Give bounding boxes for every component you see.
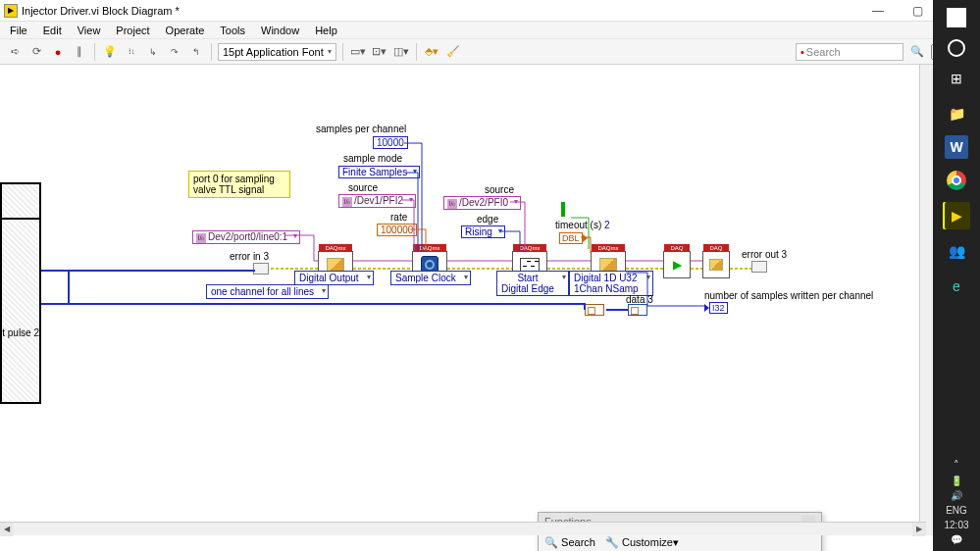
resize-button[interactable]: ◫▾ [392, 43, 410, 61]
num-written-label: number of samples written per channel [704, 290, 873, 301]
labview-icon[interactable]: ▶ [943, 202, 970, 229]
samples-per-channel-label: samples per channel [316, 124, 406, 134]
sample-mode-value[interactable]: Finite Samples [338, 166, 420, 178]
run-cont-button[interactable]: ⟳ [27, 43, 45, 61]
abort-button[interactable]: ● [49, 43, 67, 61]
digital-output-drop[interactable]: Digital Output [294, 271, 374, 285]
pause-button[interactable]: ∥ [71, 43, 88, 61]
one-channel-drop[interactable]: one channel for all lines [206, 284, 329, 299]
language-indicator[interactable]: ENG [946, 505, 967, 516]
font-label: 15pt Application Font [223, 46, 324, 58]
vertical-scrollbar[interactable] [919, 65, 933, 535]
chrome-icon[interactable] [943, 167, 970, 194]
app-icon: ▶ [4, 4, 18, 18]
error-in-terminal[interactable] [253, 263, 269, 275]
menu-view[interactable]: View [72, 25, 107, 36]
num-written-indicator[interactable]: I32 [709, 302, 728, 314]
sample-clock-drop[interactable]: Sample Clock [390, 271, 471, 285]
step-in-button[interactable]: ↳ [144, 43, 162, 61]
run-button[interactable]: ➪ [6, 43, 24, 61]
palette-search[interactable]: 🔍 Search [544, 536, 595, 549]
source1-label: source [348, 182, 378, 193]
menu-project[interactable]: Project [110, 25, 155, 36]
palette-customize[interactable]: 🔧 Customize▾ [605, 536, 679, 549]
scroll-left-button[interactable]: ◀ [0, 523, 14, 536]
horizontal-scrollbar[interactable]: ◀ ▶ [0, 522, 926, 535]
retain-button[interactable]: ⁞↓ [123, 43, 140, 61]
rate-label: rate [390, 212, 407, 223]
search-input[interactable]: •Search [796, 43, 903, 61]
comment-box[interactable]: port 0 for sampling valve TTL signal [188, 171, 290, 198]
volume-icon[interactable]: 🔊 [951, 490, 962, 501]
taskview-icon[interactable]: ⊞ [943, 65, 970, 92]
source2-value[interactable]: I/₀/Dev2/PFI0 [443, 196, 521, 210]
pulse-label: it pulse 2 [0, 327, 39, 338]
window-title: Injector Driver.vi Block Diagram * [22, 5, 866, 17]
cleanup-button[interactable]: 🧹 [444, 43, 462, 61]
samples-per-channel-value[interactable]: 10000 [373, 136, 408, 149]
notifications-icon[interactable]: 💬 [951, 534, 962, 545]
source2-label: source [485, 184, 514, 195]
error-out-terminal[interactable] [751, 261, 767, 273]
start-digital-edge-drop[interactable]: Start Digital Edge [496, 271, 569, 296]
rate-value[interactable]: 100000 [377, 224, 417, 236]
window-titlebar: ▶ Injector Driver.vi Block Diagram * — ▢… [0, 0, 980, 22]
block-diagram-canvas[interactable]: it pulse 2 port 0 for sampling valve TTL… [0, 65, 933, 535]
toolbar: ➪ ⟳ ● ∥ 💡 ⁞↓ ↳ ↷ ↰ 15pt Application Font… [0, 39, 980, 65]
align-button[interactable]: ▭▾ [349, 43, 367, 61]
scroll-right-button[interactable]: ▶ [912, 523, 926, 536]
source1-value[interactable]: I/₀/Dev1/PFI2 [338, 194, 416, 208]
edge-icon[interactable]: e [943, 273, 970, 300]
minimize-button[interactable]: — [866, 4, 890, 18]
daqmx-clear[interactable]: DAQ [702, 251, 730, 278]
windows-taskbar: ⊞ 📁 W ▶ 👥 e ˄ 🔋 🔊 ENG 12:03 💬 [933, 0, 980, 551]
step-over-button[interactable]: ↷ [166, 43, 183, 61]
highlight-button[interactable]: 💡 [101, 43, 119, 61]
daqmx-start[interactable]: DAQ▶ [663, 251, 691, 278]
explorer-icon[interactable]: 📁 [943, 100, 970, 127]
comment-text: port 0 for sampling valve TTL signal [193, 174, 275, 195]
word-icon[interactable]: W [945, 135, 968, 159]
data-array-1[interactable] [585, 304, 604, 316]
reorder-button[interactable]: ⬘▾ [423, 43, 440, 61]
timeout-label: timeout (s) 2 [555, 220, 610, 230]
battery-icon[interactable]: 🔋 [951, 476, 962, 486]
timeout-indicator[interactable] [561, 202, 565, 217]
teams-icon[interactable]: 👥 [943, 237, 970, 265]
edge-label: edge [477, 214, 498, 225]
error-out-label: error out 3 [742, 249, 787, 260]
menu-tools[interactable]: Tools [214, 25, 251, 36]
menu-help[interactable]: Help [309, 25, 343, 36]
edge-value[interactable]: Rising [461, 225, 505, 238]
maximize-button[interactable]: ▢ [905, 4, 929, 18]
clock[interactable]: 12:03 [944, 520, 968, 530]
structure-frame-1[interactable] [0, 182, 41, 218]
timeout-dbl: DBL [559, 232, 583, 244]
dev-line-value[interactable]: I/₀Dev2/port0/line0:1 [192, 230, 300, 244]
menu-bar: File Edit View Project Operate Tools Win… [0, 22, 980, 39]
distribute-button[interactable]: ⊡▾ [371, 43, 388, 61]
step-out-button[interactable]: ↰ [187, 43, 205, 61]
structure-frame-2[interactable] [0, 218, 41, 404]
font-selector[interactable]: 15pt Application Font [218, 43, 336, 61]
search-placeholder: Search [806, 46, 841, 58]
search-icon[interactable]: 🔍 [909, 44, 925, 60]
tray-expand-icon[interactable]: ˄ [954, 459, 959, 472]
menu-window[interactable]: Window [255, 25, 305, 36]
start-button[interactable] [943, 4, 970, 31]
data-array-2[interactable] [628, 304, 647, 316]
d1d-u32-drop[interactable]: Digital 1D U32 1Chan NSamp [569, 271, 653, 296]
menu-edit[interactable]: Edit [37, 25, 68, 36]
menu-operate[interactable]: Operate [160, 25, 211, 36]
error-in-label: error in 3 [230, 251, 269, 262]
cortana-icon[interactable] [948, 39, 965, 57]
sample-mode-label: sample mode [343, 153, 402, 164]
menu-file[interactable]: File [4, 25, 33, 36]
